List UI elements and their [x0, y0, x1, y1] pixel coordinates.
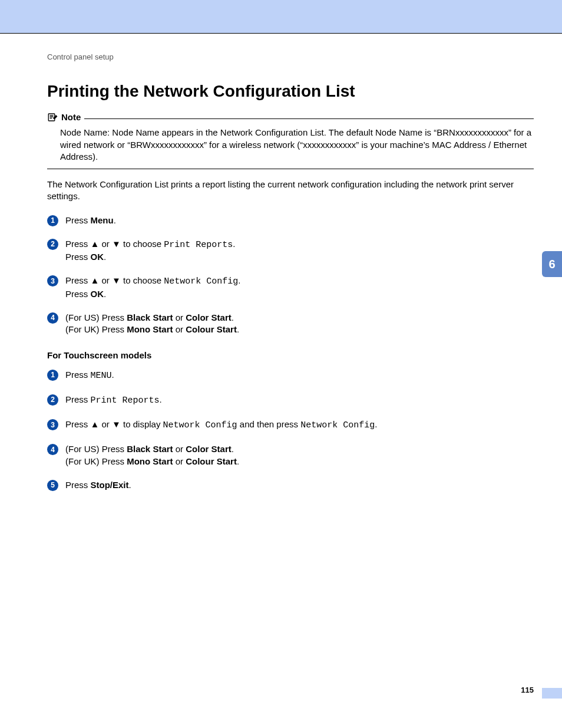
- text: .: [114, 215, 116, 225]
- step-4: 4 (For US) Press Black Start or Color St…: [47, 312, 534, 336]
- mono-text: Print Reports: [91, 396, 160, 406]
- text: Press ▲ or ▼ to display: [65, 419, 163, 429]
- mono-text: Network Config: [164, 276, 238, 286]
- step-body: (For US) Press Black Start or Color Star…: [65, 443, 534, 467]
- footer-accent: [542, 688, 562, 699]
- step-bullet: 5: [47, 480, 58, 491]
- text: Press: [65, 252, 91, 262]
- step-bullet: 3: [47, 419, 58, 430]
- text: Press: [65, 289, 91, 299]
- step-1: 1 Press Menu.: [47, 215, 534, 226]
- ts-step-1: 1 Press MENU.: [47, 369, 534, 382]
- strong: Color Start: [186, 312, 232, 322]
- text: .: [232, 444, 234, 454]
- ts-step-2: 2 Press Print Reports.: [47, 394, 534, 407]
- text: .: [238, 275, 240, 285]
- page-content: Control panel setup Printing the Network…: [47, 52, 534, 493]
- text: (For UK) Press: [65, 324, 127, 334]
- text: .: [375, 419, 377, 429]
- ts-step-4: 4 (For US) Press Black Start or Color St…: [47, 443, 534, 467]
- note-head: Note: [47, 111, 534, 123]
- mono-text: Print Reports: [164, 240, 233, 250]
- step-body: Press MENU.: [65, 369, 534, 382]
- strong: Colour Start: [186, 456, 237, 466]
- step-body: Press Print Reports.: [65, 394, 534, 407]
- step-bullet: 1: [47, 215, 58, 226]
- header-band: [0, 0, 562, 33]
- text: Press: [65, 394, 91, 404]
- step-bullet: 1: [47, 370, 58, 381]
- strong: Black Start: [127, 312, 173, 322]
- steps-standard: 1 Press Menu. 2 Press ▲ or ▼ to choose P…: [47, 212, 534, 338]
- steps-touchscreen: 1 Press MENU. 2 Press Print Reports. 3 P…: [47, 367, 534, 494]
- text: and then press: [237, 419, 301, 429]
- strong: Colour Start: [186, 324, 237, 334]
- strong: Mono Start: [127, 456, 173, 466]
- text: .: [233, 239, 235, 249]
- strong: Black Start: [127, 444, 173, 454]
- step-body: Press Stop/Exit.: [65, 479, 534, 491]
- ts-step-5: 5 Press Stop/Exit.: [47, 479, 534, 491]
- text: Press ▲ or ▼ to choose: [65, 239, 164, 249]
- strong: Color Start: [186, 444, 232, 454]
- text: or: [173, 456, 186, 466]
- header-rule: [0, 33, 562, 34]
- text: Press: [65, 370, 91, 380]
- note-rule: [84, 118, 534, 119]
- text: .: [112, 370, 114, 380]
- text: (For US) Press: [65, 444, 127, 454]
- step-body: Press Menu.: [65, 215, 534, 226]
- touchscreen-heading: For Touchscreen models: [47, 350, 534, 361]
- step-body: Press ▲ or ▼ to choose Print Reports. Pr…: [65, 238, 534, 263]
- text: .: [237, 324, 239, 334]
- breadcrumb: Control panel setup: [47, 52, 534, 62]
- step-2: 2 Press ▲ or ▼ to choose Print Reports. …: [47, 238, 534, 263]
- note-block: Note Node Name: Node Name appears in the…: [47, 111, 534, 169]
- page-number: 115: [521, 685, 534, 696]
- strong: Menu: [91, 215, 114, 225]
- step-bullet: 3: [47, 275, 58, 286]
- text: (For US) Press: [65, 312, 127, 322]
- text: .: [104, 252, 106, 262]
- intro-paragraph: The Network Configuration List prints a …: [47, 179, 534, 203]
- chapter-tab: 6: [542, 251, 562, 277]
- step-bullet: 4: [47, 444, 58, 455]
- step-body: Press ▲ or ▼ to display Network Config a…: [65, 419, 534, 431]
- text: .: [104, 289, 106, 299]
- step-body: Press ▲ or ▼ to choose Network Config. P…: [65, 275, 534, 300]
- page-title: Printing the Network Configuration List: [47, 81, 534, 101]
- strong: Mono Start: [127, 324, 173, 334]
- strong: OK: [91, 289, 104, 299]
- step-3: 3 Press ▲ or ▼ to choose Network Config.…: [47, 275, 534, 300]
- note-label: Note: [61, 111, 81, 123]
- text: .: [160, 394, 162, 404]
- text: Press ▲ or ▼ to choose: [65, 275, 164, 285]
- strong: Stop/Exit: [91, 480, 129, 490]
- pencil-note-icon: [47, 112, 58, 123]
- text: or: [173, 312, 186, 322]
- mono-text: MENU: [91, 371, 112, 381]
- text: (For UK) Press: [65, 456, 127, 466]
- strong: OK: [91, 252, 104, 262]
- ts-step-3: 3 Press ▲ or ▼ to display Network Config…: [47, 419, 534, 431]
- step-body: (For US) Press Black Start or Color Star…: [65, 312, 534, 336]
- text: Press: [65, 215, 91, 225]
- step-bullet: 4: [47, 312, 58, 324]
- step-bullet: 2: [47, 394, 58, 406]
- text: .: [129, 480, 131, 490]
- mono-text: Network Config: [300, 420, 375, 430]
- text: or: [173, 324, 186, 334]
- mono-text: Network Config: [163, 420, 237, 430]
- text: or: [173, 444, 186, 454]
- step-bullet: 2: [47, 239, 58, 250]
- note-body: Node Name: Node Name appears in the Netw…: [47, 123, 534, 163]
- text: Press: [65, 480, 91, 490]
- text: .: [232, 312, 234, 322]
- text: .: [237, 456, 239, 466]
